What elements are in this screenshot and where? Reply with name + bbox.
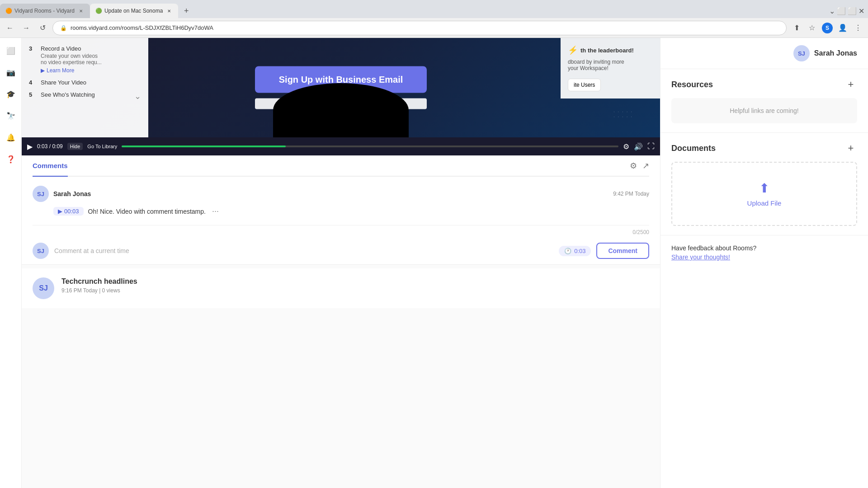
extensions-icon[interactable]: S — [821, 22, 834, 34]
sidebar-video-icon[interactable]: 📷 — [4, 65, 18, 80]
progress-bar[interactable] — [122, 145, 618, 147]
lock-icon: 🔒 — [60, 25, 67, 31]
learn-more-button[interactable]: ▶ Learn More — [41, 67, 102, 74]
step-3-num: 3 — [29, 45, 36, 52]
post-title: Techcrunch headlines — [61, 277, 137, 286]
feedback-title: Have feedback about Rooms? — [671, 244, 857, 252]
right-panel-header: SJ Sarah Jonas — [660, 38, 868, 69]
user-avatar-right: SJ — [793, 45, 810, 61]
comment-submit-button[interactable]: Comment — [596, 243, 649, 259]
video-container: 3 Record a Video Create your own videosn… — [22, 38, 660, 155]
comment-author-name: Sarah Jonas — [53, 190, 91, 197]
settings-button[interactable]: ⚙ — [623, 142, 629, 151]
documents-section: Documents + ⬆ Upload File — [660, 133, 868, 235]
tab-favicon-1: 🟠 — [5, 8, 12, 14]
step-3-desc: Create your own videosno video expertise… — [41, 53, 102, 66]
comment-body: Oh! Nice. Video with comment timestamp. — [88, 208, 206, 215]
tab-vidyard-rooms[interactable]: 🟠 Vidyard Rooms - Vidyard ✕ — [0, 4, 90, 18]
user-name-right: Sarah Jonas — [814, 49, 857, 57]
share-icon[interactable]: ⬆ — [790, 22, 803, 34]
tab-bar: 🟠 Vidyard Rooms - Vidyard ✕ 🟢 Update on … — [0, 0, 868, 18]
close-window-icon[interactable]: ✕ — [859, 7, 864, 15]
tab-right-controls: ⌄ ⬜ ⬜ ✕ — [829, 7, 868, 15]
sidebar-explore-icon[interactable]: 🔭 — [4, 108, 18, 123]
play-button[interactable]: ▶ — [27, 142, 33, 151]
documents-upload-area[interactable]: ⬆ Upload File — [671, 162, 857, 226]
post-info: Techcrunch headlines 9:16 PM Today | 0 v… — [61, 277, 137, 299]
learn-more-label: Learn More — [47, 67, 74, 74]
play-icon-small: ▶ — [41, 67, 45, 74]
post-meta: 9:16 PM Today | 0 views — [61, 287, 137, 294]
leaderboard-title: th the leaderboard! — [580, 47, 634, 54]
new-tab-button[interactable]: + — [180, 5, 193, 17]
volume-button[interactable]: 🔊 — [634, 142, 643, 151]
hide-button[interactable]: Hide — [67, 143, 83, 150]
resources-section: Resources + Helpful links are coming! — [660, 69, 868, 133]
browser-window: 🟠 Vidyard Rooms - Vidyard ✕ 🟢 Update on … — [0, 0, 868, 488]
comments-share-icon[interactable]: ↗ — [642, 161, 649, 171]
resources-add-button[interactable]: + — [844, 78, 857, 91]
comment-header: SJ Sarah Jonas 9:42 PM Today — [33, 186, 649, 202]
char-count: 0/2500 — [33, 225, 649, 237]
invite-users-button[interactable]: ite Users — [568, 79, 601, 91]
more-options-icon[interactable]: ⋮ — [852, 22, 864, 34]
comment-input-timestamp: 0:03 — [574, 248, 585, 254]
comment-time-badge[interactable]: 🕐 0:03 — [559, 246, 591, 256]
restore-icon[interactable]: ⬜ — [837, 7, 846, 15]
comments-tab[interactable]: Comments — [33, 155, 68, 177]
leaderboard-desc: dboard by inviting moreyour Workspace! — [568, 59, 653, 71]
go-to-library-button[interactable]: Go To Library — [87, 144, 117, 149]
comment-text-row: ▶ 00:03 Oh! Nice. Video with comment tim… — [53, 206, 649, 216]
sidebar-help-icon[interactable]: ❓ — [4, 152, 18, 166]
comment-placeholder[interactable]: Comment at a current time — [54, 247, 553, 254]
documents-title: Documents — [671, 144, 716, 153]
sidebar-home-icon[interactable]: ⬜ — [4, 43, 18, 58]
forward-button[interactable]: → — [20, 22, 33, 34]
video-background: 3 Record a Video Create your own videosn… — [22, 38, 660, 137]
s-extension-icon[interactable]: S — [822, 23, 833, 33]
step-4-num: 4 — [29, 79, 36, 86]
total-time: 0:09 — [52, 143, 62, 150]
tab-close-1[interactable]: ✕ — [77, 7, 85, 14]
tab-close-2[interactable]: ✕ — [165, 7, 173, 14]
feedback-section: Have feedback about Rooms? Share your th… — [660, 235, 868, 270]
helpful-links-box: Helpful links are coming! — [671, 98, 857, 123]
profile-icon[interactable]: 👤 — [836, 22, 849, 34]
video-dark-shape — [273, 83, 409, 137]
avatar-sarah: SJ — [33, 186, 49, 202]
back-button[interactable]: ← — [4, 22, 16, 34]
progress-filled — [122, 145, 286, 147]
comment-timestamp-badge[interactable]: ▶ 00:03 — [53, 207, 84, 216]
left-sidebar: ⬜ 📷 🎓 🔭 🔔 ❓ — [0, 38, 22, 488]
star-icon[interactable]: ☆ — [806, 22, 818, 34]
leaderboard-icon: ⚡ — [568, 45, 578, 55]
tab-mac-sonoma[interactable]: 🟢 Update on Mac Sonoma ✕ — [90, 4, 178, 18]
post-item-techcrunch: SJ Techcrunch headlines 9:16 PM Today | … — [22, 268, 660, 308]
comment-more-actions[interactable]: ··· — [212, 206, 219, 216]
upload-label[interactable]: Upload File — [681, 199, 847, 207]
sidebar-notifications-icon[interactable]: 🔔 — [4, 130, 18, 145]
right-panel: SJ Sarah Jonas Resources + Helpful links… — [660, 38, 868, 488]
comments-section: Comments ⚙ ↗ SJ Sarah Jonas 9:42 PM Toda… — [22, 155, 660, 265]
address-bar[interactable]: 🔒 rooms.vidyard.com/rooms/L-SDJXfZBLTiH6… — [52, 21, 787, 35]
comments-tabs: Comments ⚙ ↗ — [33, 155, 649, 177]
maximize-icon[interactable]: ⬜ — [848, 7, 857, 15]
address-text: rooms.vidyard.com/rooms/L-SDJXfZBLTiH6Dy… — [71, 24, 213, 31]
fullscreen-button[interactable]: ⛶ — [647, 142, 655, 150]
minimize-icon[interactable]: ⌄ — [829, 7, 835, 15]
nav-bar: ← → ↺ 🔒 rooms.vidyard.com/rooms/L-SDJXfZ… — [0, 18, 868, 38]
clock-icon: 🕐 — [564, 248, 571, 254]
comments-settings-icon[interactable]: ⚙ — [630, 161, 637, 171]
chevron-down-icon: ⌄ — [134, 91, 141, 101]
video-controls-bar: ▶ 0:03 / 0:09 Hide Go To Library ⚙ 🔊 ⛶ — [22, 137, 660, 155]
comment-time: 9:42 PM Today — [613, 191, 649, 197]
reload-button[interactable]: ↺ — [36, 22, 49, 34]
page-content: ⬜ 📷 🎓 🔭 🔔 ❓ 3 Record a Video C — [0, 38, 868, 488]
feedback-link[interactable]: Share your thoughts! — [671, 253, 857, 261]
step-5-title: See Who's Watching — [41, 91, 95, 98]
sidebar-learn-icon[interactable]: 🎓 — [4, 87, 18, 101]
tab-title-2: Update on Mac Sonoma — [104, 8, 163, 14]
documents-add-button[interactable]: + — [844, 142, 857, 155]
comment-entry: SJ Sarah Jonas 9:42 PM Today ▶ 00:03 Oh!… — [33, 177, 649, 225]
comment-author-row: SJ Sarah Jonas — [33, 186, 91, 202]
